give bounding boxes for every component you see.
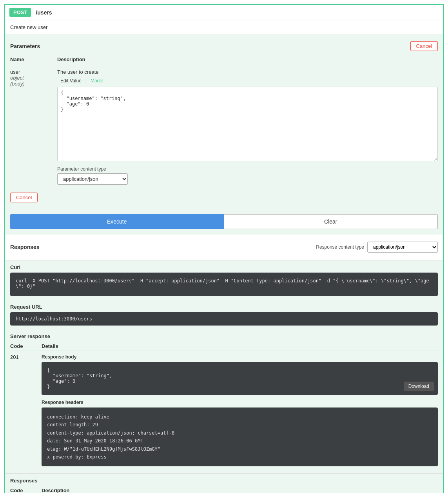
api-path: /users bbox=[36, 9, 52, 16]
curl-box: curl -X POST "http://localhost:3000/user… bbox=[10, 273, 438, 296]
response-body-content: { "username": "string", "age": 0 } bbox=[47, 367, 112, 389]
content-type-select[interactable]: application/json bbox=[57, 173, 128, 185]
response-headers-content: connection: keep-alive content-length: 2… bbox=[47, 414, 174, 460]
param-type: object (body) bbox=[10, 75, 57, 87]
description-column-header: Description bbox=[57, 56, 438, 62]
response-details: Response body { "username": "string", "a… bbox=[42, 354, 438, 466]
api-description: Create new user bbox=[5, 20, 443, 34]
bottom-cancel-button[interactable]: Cancel bbox=[10, 193, 38, 202]
parameters-section: Parameters Cancel Name Description user … bbox=[5, 34, 443, 209]
responses-table-section: Responses Code Description 201 User crea… bbox=[5, 473, 443, 493]
download-button[interactable]: Download bbox=[404, 382, 434, 391]
responses-section: Responses Response content type applicat… bbox=[5, 235, 443, 260]
response-code: 201 bbox=[10, 354, 42, 466]
details-column-header: Details bbox=[42, 343, 438, 349]
response-body-box: { "username": "string", "age": 0 } Downl… bbox=[42, 362, 438, 395]
response-content-type-label: Response content type bbox=[316, 244, 364, 250]
responses-title: Responses bbox=[10, 244, 40, 250]
content-type-section: Parameter content type application/json bbox=[57, 166, 438, 185]
server-response-table-header: Code Details bbox=[10, 342, 438, 351]
api-container: POST /users Create new user Parameters C… bbox=[4, 4, 444, 493]
param-desc-text: The user to create bbox=[57, 69, 438, 75]
name-column-header: Name bbox=[10, 56, 57, 62]
param-row: user object (body) The user to create Ed… bbox=[10, 65, 438, 189]
response-content-type-group: Response content type application/json bbox=[316, 242, 438, 253]
request-url-section: Request URL http://localhost:3000/users bbox=[5, 300, 443, 329]
bottom-cancel-area: Cancel bbox=[10, 189, 438, 205]
response-content-type-select[interactable]: application/json bbox=[367, 242, 438, 253]
parameters-title: Parameters bbox=[10, 43, 40, 49]
resp-desc-header: Description bbox=[42, 488, 438, 493]
edit-value-tab[interactable]: Edit Value bbox=[57, 77, 85, 84]
curl-section: Curl curl -X POST "http://localhost:3000… bbox=[5, 260, 443, 300]
response-body-label: Response body bbox=[42, 354, 438, 360]
request-url-label: Request URL bbox=[10, 304, 438, 310]
response-headers-box: connection: keep-alive content-length: 2… bbox=[42, 407, 438, 466]
clear-button[interactable]: Clear bbox=[224, 214, 438, 229]
content-type-label: Parameter content type bbox=[57, 166, 438, 172]
execute-section: Execute Clear bbox=[5, 209, 443, 235]
responses-table-header: Code Description bbox=[10, 486, 438, 493]
parameters-header: Parameters Cancel bbox=[10, 38, 438, 54]
method-badge: POST bbox=[9, 8, 31, 17]
edit-tabs: Edit Value | Model bbox=[57, 77, 438, 84]
response-headers-label: Response headers bbox=[42, 400, 438, 405]
param-name-col: user object (body) bbox=[10, 69, 57, 185]
server-response-section: Server response Code Details 201 Respons… bbox=[5, 329, 443, 473]
request-url-box: http://localhost:3000/users bbox=[10, 312, 438, 326]
curl-label: Curl bbox=[10, 264, 438, 270]
top-cancel-button[interactable]: Cancel bbox=[410, 41, 438, 51]
server-response-row: 201 Response body { "username": "string"… bbox=[10, 351, 438, 469]
api-header: POST /users bbox=[5, 5, 443, 20]
param-textarea[interactable]: { "username": "string", "age": 0 } bbox=[57, 87, 438, 161]
params-table-header: Name Description bbox=[10, 54, 438, 65]
responses-header: Responses Response content type applicat… bbox=[10, 238, 438, 256]
server-response-title: Server response bbox=[10, 333, 438, 339]
resp-code-header: Code bbox=[10, 488, 42, 493]
execute-button[interactable]: Execute bbox=[10, 214, 224, 229]
code-column-header: Code bbox=[10, 343, 42, 349]
param-description-col: The user to create Edit Value | Model { … bbox=[57, 69, 438, 185]
model-tab[interactable]: Model bbox=[87, 77, 107, 84]
responses-table-title: Responses bbox=[10, 478, 438, 484]
